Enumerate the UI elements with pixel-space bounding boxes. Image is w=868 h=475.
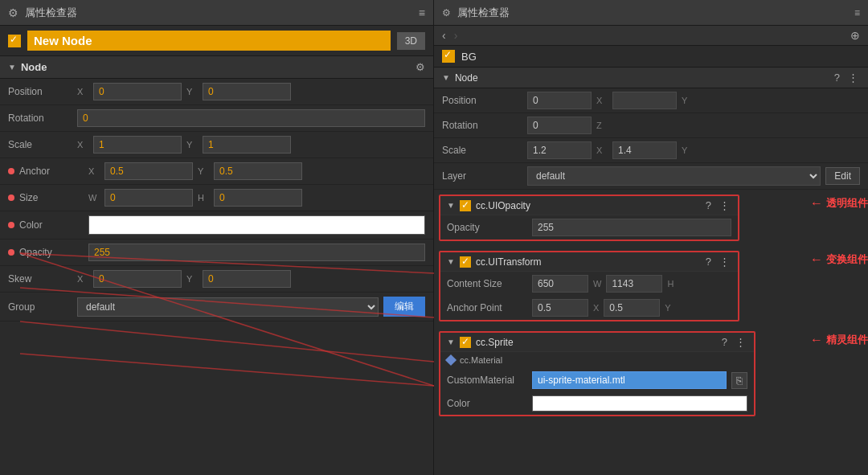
opacity-handle[interactable] [8,249,14,256]
anchor-y-label: Y [198,166,209,176]
size-label: Size [19,192,84,203]
ap-x-label: X [593,303,599,313]
ap-y-label: Y [665,303,670,313]
ui-opacity-component: ▼ cc.UIOpacity ? ⋮ Opacity 255 [439,195,739,241]
sprite-active[interactable] [460,337,471,348]
skew-label: Skew [8,273,72,285]
anchor-x-label: X [88,166,100,176]
position-row: Position X Y [0,79,433,105]
position-y-input[interactable] [203,83,291,100]
material-type-label: cc.Material [460,355,502,365]
r-position-row: Position X Y [434,88,868,113]
color-label: Color [19,219,84,231]
group-dropdown[interactable]: default [77,297,379,317]
opacity-help-btn[interactable]: ? [704,199,713,211]
uiopacity-active[interactable] [460,200,471,211]
r-scale-x[interactable] [527,141,592,159]
rotation-input[interactable] [77,109,425,127]
r-position-y[interactable] [612,92,677,109]
position-x-input[interactable] [93,83,182,100]
anchor-row: Anchor X Y [0,158,433,185]
bg-active-checkbox[interactable] [442,50,455,63]
node-section-header: ▼ Node ⚙ [0,56,433,79]
scale-y-input[interactable] [203,136,291,154]
sprite-color-label: Color [447,398,527,409]
custom-material-input[interactable] [532,371,727,389]
scale-x-input[interactable] [93,136,182,154]
back-btn[interactable]: ‹ [442,29,446,42]
sprite-component: ▼ cc.Sprite ? ⋮ cc.Material CustomMateri… [439,331,755,416]
color-handle[interactable] [8,222,14,228]
anchor-point-label: Anchor Point [447,302,527,313]
group-edit-btn[interactable]: 编辑 [383,297,425,317]
r-position-x[interactable] [527,92,592,109]
gear-icon: ⚙ [8,6,18,19]
left-panel-header: ⚙ 属性检查器 ≡ [0,0,433,26]
gear-icon-right: ⚙ [442,7,451,18]
size-h-input[interactable] [214,189,302,207]
node-name-input[interactable] [27,31,391,51]
r-rotation-row: Rotation Z [434,113,868,138]
r-node-title: Node [455,72,828,84]
sprite-color-row: Color [440,392,754,415]
skew-y-input[interactable] [203,270,291,288]
r-triangle: ▼ [442,73,450,82]
custom-material-row: CustomMaterial ⎘ [440,368,754,392]
anchor-label: Anchor [19,166,84,177]
anchor-handle[interactable] [8,168,14,174]
material-copy-btn[interactable]: ⎘ [731,372,747,389]
transform-help-btn[interactable]: ? [704,256,713,268]
anchor-y[interactable] [604,299,660,317]
material-diamond-icon [445,354,457,366]
opacity-prop-label: Opacity [447,222,527,233]
node-active-checkbox[interactable] [8,35,21,47]
r-scale-y[interactable] [612,141,677,159]
anchor-x[interactable] [532,299,588,317]
arrow-transform: ← [810,252,823,267]
arrow-opacity: ← [810,196,823,211]
material-row: cc.Material [440,352,754,368]
r-more-btn[interactable]: ⋮ [846,72,860,84]
menu-icon[interactable]: ≡ [419,6,425,19]
r-layer-dropdown[interactable]: default [527,166,821,186]
section-gear-icon[interactable]: ⚙ [416,61,425,73]
opacity-more-btn[interactable]: ⋮ [718,199,731,211]
custom-material-label: CustomMaterial [447,375,527,386]
r-help-btn[interactable]: ? [833,72,841,84]
pin-btn[interactable]: ⊕ [850,29,860,42]
r-rotation-input[interactable] [527,117,592,134]
anchor-y-input[interactable] [214,162,302,180]
color-input[interactable] [88,215,425,235]
ui-transform-title: cc.UITransform [476,256,699,268]
node-name-row: 3D [0,26,433,56]
sprite-help-btn[interactable]: ? [720,336,729,348]
ui-transform-component: ▼ cc.UITransform ? ⋮ Content Size W H An… [439,251,739,321]
group-row: Group default 编辑 [0,293,433,321]
r-rot-z-label: Z [596,121,608,130]
r-scale-y-label: Y [682,145,693,155]
right-panel-title: 属性检查器 [457,6,848,20]
skew-x-input[interactable] [93,270,182,288]
opacity-input[interactable] [88,244,425,261]
r-layer-edit-btn[interactable]: Edit [825,167,860,185]
rotation-row: Rotation [0,105,433,132]
content-size-h[interactable] [606,275,662,293]
transform-more-btn[interactable]: ⋮ [718,256,731,268]
right-node-section: ▼ Node ? ⋮ [434,68,868,88]
forward-btn[interactable]: › [454,29,458,42]
btn-3d[interactable]: 3D [397,32,425,50]
sprite-color-picker[interactable] [532,395,747,412]
size-w-input[interactable] [104,189,193,207]
menu-icon-right[interactable]: ≡ [854,7,860,18]
opacity-row: Opacity [0,240,433,266]
uitransform-active[interactable] [460,256,471,268]
sprite-more-btn[interactable]: ⋮ [734,336,747,348]
content-size-w[interactable] [532,275,588,293]
anchor-x-input[interactable] [104,162,193,180]
sprite-annotation: 精灵组件 [826,333,868,347]
r-scale-label: Scale [442,145,522,156]
size-handle[interactable] [8,195,14,201]
ui-transform-header: ▼ cc.UITransform ? ⋮ [440,252,738,272]
bg-node-row: BG [434,46,868,68]
collapse-triangle: ▼ [8,63,16,72]
